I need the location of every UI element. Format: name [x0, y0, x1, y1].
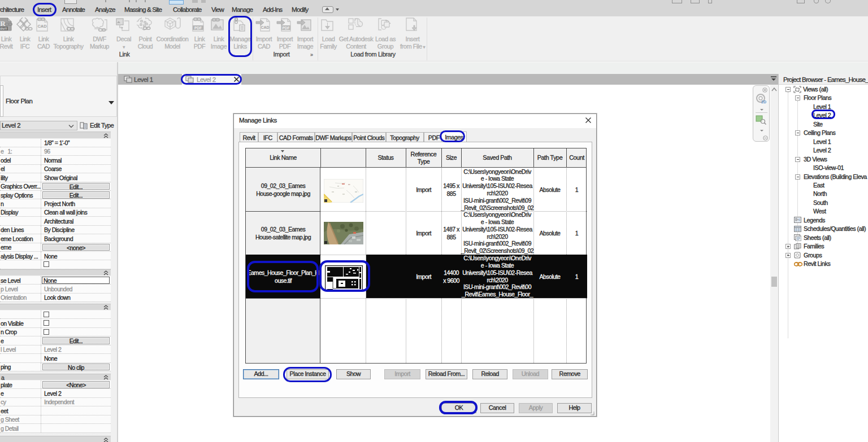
svg-text:2D: 2D [761, 100, 766, 104]
